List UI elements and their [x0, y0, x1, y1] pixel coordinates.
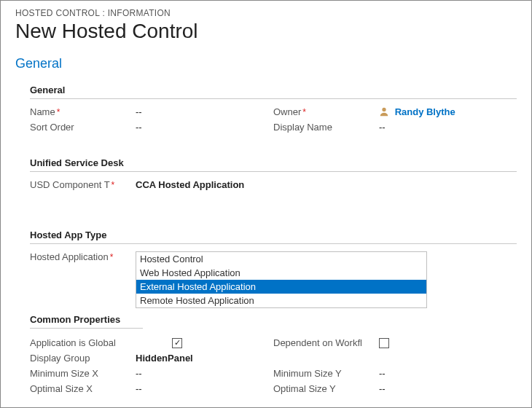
name-field[interactable]: --: [136, 106, 142, 117]
dropdown-option[interactable]: Hosted Control: [136, 252, 426, 266]
usd-component-field[interactable]: CCA Hosted Application: [136, 179, 244, 190]
dropdown-option[interactable]: Web Hosted Application: [136, 266, 426, 280]
sort-order-field[interactable]: --: [136, 122, 142, 133]
min-size-x-field[interactable]: --: [136, 368, 142, 379]
sort-order-label: Sort Order: [30, 122, 136, 133]
group-header-usd: Unified Service Desk: [30, 157, 517, 172]
group-header-common: Common Properties: [30, 314, 143, 329]
dependent-workflow-checkbox[interactable]: [379, 338, 389, 348]
required-icon: *: [112, 180, 115, 190]
breadcrumb: HOSTED CONTROL : INFORMATION: [15, 8, 517, 18]
hosted-application-label: Hosted Application*: [30, 251, 136, 262]
required-icon: *: [57, 107, 60, 117]
min-size-y-label: Minimum Size Y: [273, 368, 379, 379]
required-icon: *: [302, 107, 306, 117]
group-header-app-type: Hosted App Type: [30, 230, 517, 244]
opt-size-x-label: Optimal Size X: [30, 383, 136, 394]
display-group-label: Display Group: [30, 353, 136, 364]
application-global-label: Application is Global: [30, 337, 172, 348]
hosted-application-dropdown[interactable]: Hosted ControlWeb Hosted ApplicationExte…: [136, 251, 427, 308]
opt-size-x-field[interactable]: --: [136, 383, 142, 394]
opt-size-y-label: Optimal Size Y: [273, 383, 379, 394]
display-group-field[interactable]: HiddenPanel: [136, 353, 193, 364]
owner-link[interactable]: Randy Blythe: [395, 106, 455, 117]
general-section-link[interactable]: General: [15, 56, 62, 71]
opt-size-y-field[interactable]: --: [379, 383, 386, 394]
application-global-checkbox[interactable]: ✓: [172, 338, 182, 348]
display-name-label: Display Name: [273, 122, 379, 133]
dropdown-option[interactable]: External Hosted Application: [136, 280, 426, 294]
min-size-y-field[interactable]: --: [379, 368, 386, 379]
required-icon: *: [110, 252, 114, 262]
dependent-workflow-label: Dependent on Workfl: [273, 337, 379, 348]
owner-label: Owner*: [273, 106, 379, 117]
display-name-field[interactable]: --: [379, 122, 386, 133]
svg-point-0: [382, 108, 386, 111]
user-icon: [379, 106, 389, 117]
dropdown-option[interactable]: Remote Hosted Application: [136, 294, 426, 307]
name-label: Name*: [30, 106, 136, 117]
usd-component-label: USD Component T*: [30, 179, 136, 190]
min-size-x-label: Minimum Size X: [30, 368, 136, 379]
page-title: New Hosted Control: [15, 20, 517, 43]
group-header-general: General: [30, 85, 517, 99]
